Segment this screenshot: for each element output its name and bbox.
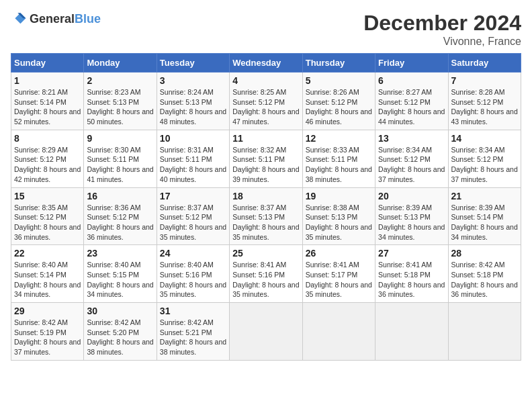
logo-text-general: General: [30, 12, 75, 26]
day-number: 11: [232, 133, 299, 144]
day-header-monday: Monday: [84, 54, 157, 73]
day-number: 1: [14, 75, 81, 86]
calendar-day-16: 16Sunrise: 8:36 AMSunset: 5:12 PMDayligh…: [84, 187, 157, 245]
calendar-day-20: 20Sunrise: 8:39 AMSunset: 5:13 PMDayligh…: [375, 187, 448, 245]
calendar-day-18: 18Sunrise: 8:37 AMSunset: 5:13 PMDayligh…: [230, 187, 302, 245]
day-number: 10: [160, 133, 226, 144]
day-header-thursday: Thursday: [302, 54, 375, 73]
empty-cell: [375, 303, 448, 361]
day-number: 5: [306, 75, 372, 86]
calendar-day-10: 10Sunrise: 8:31 AMSunset: 5:11 PMDayligh…: [157, 130, 229, 187]
calendar-table: SundayMondayTuesdayWednesdayThursdayFrid…: [11, 53, 521, 361]
day-info: Sunrise: 8:40 AMSunset: 5:14 PMDaylight:…: [14, 260, 81, 300]
day-info: Sunrise: 8:25 AMSunset: 5:12 PMDaylight:…: [232, 87, 299, 127]
day-number: 8: [14, 133, 81, 144]
day-number: 19: [306, 191, 372, 201]
calendar-week-5: 29Sunrise: 8:42 AMSunset: 5:19 PMDayligh…: [11, 303, 521, 361]
calendar-day-5: 5Sunrise: 8:26 AMSunset: 5:12 PMDaylight…: [302, 73, 375, 130]
day-info: Sunrise: 8:41 AMSunset: 5:17 PMDaylight:…: [306, 260, 372, 300]
day-number: 29: [14, 306, 81, 316]
day-info: Sunrise: 8:40 AMSunset: 5:16 PMDaylight:…: [160, 260, 226, 300]
calendar-week-1: 1Sunrise: 8:21 AMSunset: 5:14 PMDaylight…: [11, 73, 521, 130]
day-number: 4: [232, 75, 299, 86]
day-info: Sunrise: 8:34 AMSunset: 5:12 PMDaylight:…: [451, 145, 518, 185]
day-number: 25: [232, 248, 299, 259]
calendar-day-25: 25Sunrise: 8:41 AMSunset: 5:16 PMDayligh…: [230, 245, 302, 303]
day-info: Sunrise: 8:33 AMSunset: 5:11 PMDaylight:…: [306, 145, 372, 185]
day-number: 17: [160, 191, 226, 201]
day-info: Sunrise: 8:42 AMSunset: 5:19 PMDaylight:…: [14, 318, 81, 357]
logo-icon: [11, 11, 27, 27]
day-number: 7: [451, 75, 518, 86]
day-info: Sunrise: 8:42 AMSunset: 5:21 PMDaylight:…: [160, 318, 226, 357]
day-number: 9: [87, 133, 153, 144]
calendar-day-7: 7Sunrise: 8:28 AMSunset: 5:12 PMDaylight…: [448, 73, 521, 130]
empty-cell: [230, 303, 302, 361]
calendar-day-27: 27Sunrise: 8:41 AMSunset: 5:18 PMDayligh…: [375, 245, 448, 303]
day-number: 24: [160, 248, 226, 259]
day-number: 30: [87, 306, 153, 316]
day-info: Sunrise: 8:36 AMSunset: 5:12 PMDaylight:…: [87, 203, 153, 242]
day-info: Sunrise: 8:23 AMSunset: 5:13 PMDaylight:…: [87, 87, 153, 127]
day-info: Sunrise: 8:41 AMSunset: 5:18 PMDaylight:…: [378, 260, 445, 300]
calendar-week-2: 8Sunrise: 8:29 AMSunset: 5:12 PMDaylight…: [11, 130, 521, 187]
day-header-saturday: Saturday: [448, 54, 521, 73]
day-number: 27: [378, 248, 445, 259]
month-title: December 2024: [363, 11, 521, 36]
calendar-day-19: 19Sunrise: 8:38 AMSunset: 5:13 PMDayligh…: [302, 187, 375, 245]
calendar-day-2: 2Sunrise: 8:23 AMSunset: 5:13 PMDaylight…: [84, 73, 157, 130]
day-number: 28: [451, 248, 518, 259]
calendar-day-14: 14Sunrise: 8:34 AMSunset: 5:12 PMDayligh…: [448, 130, 521, 187]
calendar-day-15: 15Sunrise: 8:35 AMSunset: 5:12 PMDayligh…: [11, 187, 84, 245]
day-info: Sunrise: 8:27 AMSunset: 5:12 PMDaylight:…: [378, 87, 445, 127]
day-number: 2: [87, 75, 153, 86]
day-info: Sunrise: 8:29 AMSunset: 5:12 PMDaylight:…: [14, 145, 81, 185]
day-info: Sunrise: 8:39 AMSunset: 5:13 PMDaylight:…: [378, 203, 445, 242]
day-info: Sunrise: 8:38 AMSunset: 5:13 PMDaylight:…: [306, 203, 372, 242]
day-header-sunday: Sunday: [11, 54, 84, 73]
calendar-week-4: 22Sunrise: 8:40 AMSunset: 5:14 PMDayligh…: [11, 245, 521, 303]
calendar-day-6: 6Sunrise: 8:27 AMSunset: 5:12 PMDaylight…: [375, 73, 448, 130]
empty-cell: [302, 303, 375, 361]
calendar-day-17: 17Sunrise: 8:37 AMSunset: 5:12 PMDayligh…: [157, 187, 229, 245]
day-info: Sunrise: 8:30 AMSunset: 5:11 PMDaylight:…: [87, 145, 153, 185]
day-info: Sunrise: 8:31 AMSunset: 5:11 PMDaylight:…: [160, 145, 226, 185]
day-info: Sunrise: 8:42 AMSunset: 5:20 PMDaylight:…: [87, 318, 153, 357]
calendar-day-26: 26Sunrise: 8:41 AMSunset: 5:17 PMDayligh…: [302, 245, 375, 303]
day-info: Sunrise: 8:41 AMSunset: 5:16 PMDaylight:…: [232, 260, 299, 300]
calendar-day-8: 8Sunrise: 8:29 AMSunset: 5:12 PMDaylight…: [11, 130, 84, 187]
day-info: Sunrise: 8:26 AMSunset: 5:12 PMDaylight:…: [306, 87, 372, 127]
day-number: 23: [87, 248, 153, 259]
calendar-week-3: 15Sunrise: 8:35 AMSunset: 5:12 PMDayligh…: [11, 187, 521, 245]
day-number: 31: [160, 306, 226, 316]
day-info: Sunrise: 8:24 AMSunset: 5:13 PMDaylight:…: [160, 87, 226, 127]
calendar-header-row: SundayMondayTuesdayWednesdayThursdayFrid…: [11, 54, 521, 73]
day-number: 3: [160, 75, 226, 86]
day-info: Sunrise: 8:21 AMSunset: 5:14 PMDaylight:…: [14, 87, 81, 127]
logo-text-blue: Blue: [75, 12, 101, 26]
day-number: 18: [232, 191, 299, 201]
day-number: 22: [14, 248, 81, 259]
day-info: Sunrise: 8:39 AMSunset: 5:14 PMDaylight:…: [451, 203, 518, 242]
title-area: December 2024 Vivonne, France: [363, 11, 521, 48]
empty-cell: [448, 303, 521, 361]
logo: GeneralBlue: [11, 11, 101, 27]
calendar-day-24: 24Sunrise: 8:40 AMSunset: 5:16 PMDayligh…: [157, 245, 229, 303]
day-info: Sunrise: 8:37 AMSunset: 5:13 PMDaylight:…: [232, 203, 299, 242]
calendar-day-12: 12Sunrise: 8:33 AMSunset: 5:11 PMDayligh…: [302, 130, 375, 187]
day-info: Sunrise: 8:28 AMSunset: 5:12 PMDaylight:…: [451, 87, 518, 127]
day-number: 12: [306, 133, 372, 144]
day-number: 13: [378, 133, 445, 144]
day-number: 21: [451, 191, 518, 201]
day-header-friday: Friday: [375, 54, 448, 73]
calendar-day-28: 28Sunrise: 8:42 AMSunset: 5:18 PMDayligh…: [448, 245, 521, 303]
calendar-day-21: 21Sunrise: 8:39 AMSunset: 5:14 PMDayligh…: [448, 187, 521, 245]
calendar-day-9: 9Sunrise: 8:30 AMSunset: 5:11 PMDaylight…: [84, 130, 157, 187]
calendar-day-1: 1Sunrise: 8:21 AMSunset: 5:14 PMDaylight…: [11, 73, 84, 130]
calendar-day-31: 31Sunrise: 8:42 AMSunset: 5:21 PMDayligh…: [157, 303, 229, 361]
calendar-day-29: 29Sunrise: 8:42 AMSunset: 5:19 PMDayligh…: [11, 303, 84, 361]
day-info: Sunrise: 8:34 AMSunset: 5:12 PMDaylight:…: [378, 145, 445, 185]
day-info: Sunrise: 8:42 AMSunset: 5:18 PMDaylight:…: [451, 260, 518, 300]
day-number: 14: [451, 133, 518, 144]
calendar-day-3: 3Sunrise: 8:24 AMSunset: 5:13 PMDaylight…: [157, 73, 229, 130]
